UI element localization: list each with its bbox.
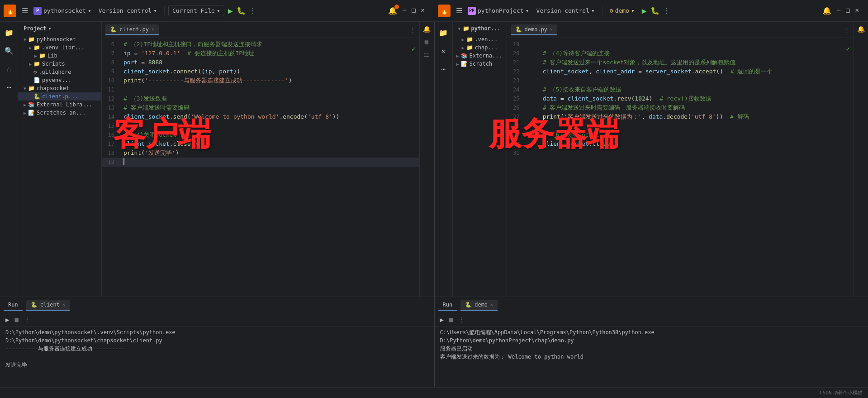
right-minimize-button[interactable]: ─ — [837, 6, 840, 15]
left-hamburger[interactable]: ☰ — [20, 5, 30, 17]
code-line-10: 10 print('----------与服务器连接建立成功----------… — [102, 76, 419, 85]
left-explorer-icon[interactable]: 📁 — [2, 25, 16, 40]
left-maximize-button[interactable]: □ — [412, 6, 415, 15]
left-tree-item-venv[interactable]: ▶ 📁 .venv libr... — [18, 43, 101, 52]
left-tree-header[interactable]: Project ▾ — [18, 22, 101, 35]
left-current-file-label: Current File — [172, 7, 215, 14]
left-run-more-icon[interactable]: ⋮ — [22, 315, 32, 324]
left-code-area[interactable]: 6 # （2)IP地址和主机接口，向服务器端发送连接请求 7 ip = '127… — [102, 38, 419, 297]
right-run-more-icon[interactable]: ⋮ — [456, 315, 466, 324]
right-sep1 — [602, 6, 602, 15]
left-tree-arrow: ▾ — [48, 25, 52, 32]
right-run-button[interactable]: ▶ — [642, 6, 647, 15]
right-close-button[interactable]: ✕ — [855, 6, 859, 15]
right-tree-label-scratch: Scratch — [470, 61, 493, 67]
right-tree-item-venv[interactable]: ▶ 📁 .ven... — [453, 35, 507, 43]
left-tree-item-lib[interactable]: ▶ 📁 Lib — [18, 52, 101, 60]
right-project-selector[interactable]: PP pythonProject ▾ — [468, 7, 529, 15]
right-code-line-30: 30 client_socket.close() — [507, 139, 854, 149]
left-run-tabs: Run 🐍 client ✕ — [0, 297, 434, 313]
left-tree-item-gitignore[interactable]: ▶ ⚙ .gitignore — [18, 68, 101, 76]
right-demo-button[interactable]: ⚙ demo ▾ — [606, 5, 638, 16]
left-search-icon[interactable]: 🔍 — [2, 43, 16, 58]
right-vc-label: Version control — [536, 7, 589, 14]
right-tree-header[interactable]: ▼ 📁 pythor... — [453, 22, 507, 35]
left-layout-icon[interactable]: ▦ — [425, 38, 428, 45]
left-run-button[interactable]: ▶ — [228, 6, 233, 15]
right-terminal-line-1: C:\Users\酷电编程\AppData\Local\Programs\Pyt… — [440, 328, 863, 336]
left-tree-item-scripts[interactable]: ▶ 📁 Scripts — [18, 60, 101, 68]
left-tree-item-scratches[interactable]: ▶ 📝 Scratches an... — [18, 109, 101, 117]
right-debug-button[interactable]: 🐛 — [650, 6, 659, 15]
left-minimize-button[interactable]: ─ — [403, 6, 406, 15]
right-terminal[interactable]: C:\Users\酷电编程\AppData\Local\Programs\Pyt… — [435, 326, 868, 387]
right-vc-button[interactable]: Version control ▾ — [533, 5, 598, 16]
right-more-icon[interactable]: ⋯ — [436, 62, 451, 76]
left-tree-item-pythonsocket[interactable]: ▼ 📁 pythonsocket — [18, 35, 101, 43]
right-explorer-icon[interactable]: 📁 — [436, 25, 451, 40]
left-run-panel: Run 🐍 client ✕ ▶ ■ ⋮ D:\Python\demo\pyth… — [0, 297, 434, 387]
left-db-icon[interactable]: 🗃 — [423, 51, 430, 58]
right-run-play-icon[interactable]: ▶ — [438, 315, 446, 324]
right-tab-more[interactable]: ⋮ — [844, 26, 850, 33]
left-more-button[interactable]: ⋮ — [249, 6, 256, 15]
left-tree-item-external[interactable]: ▶ 📚 External Libra... — [18, 101, 101, 109]
code-line-7: 7 ip = '127.0.0.1' # 要连接的主机的IP地址 — [102, 49, 419, 58]
left-tree-item-pyvenv[interactable]: ▶ 📄 pyvenv... — [18, 76, 101, 84]
right-hamburger[interactable]: ☰ — [454, 5, 464, 17]
left-tab-clientpy[interactable]: 🐍 client.py ✕ — [105, 24, 159, 35]
left-right-icons: 🔔 ▦ 🗃 — [419, 22, 434, 297]
left-tree-item-chapsocket[interactable]: ▼ 📁 chapsocket — [18, 84, 101, 92]
right-code-area[interactable]: 19 20 # （4)等待客户端的连接 21 # 客户端发送过来一个socket… — [507, 38, 854, 297]
left-run-tab[interactable]: Run — [4, 300, 23, 311]
left-vcs-icon[interactable]: ⑃ — [2, 62, 16, 76]
left-tree-item-clientpy[interactable]: ▶ 🐍 client.p... — [18, 92, 101, 101]
code-line-15: 15 — [102, 121, 419, 130]
code-line-19: 19 — [102, 158, 419, 167]
right-notif-icon[interactable]: 🔔 — [857, 25, 865, 33]
left-editor-pane: 🐍 client.py ✕ ⋮ 6 # （2)IP地址和主机接口，向服务器端发送… — [102, 22, 419, 297]
left-project-badge: P — [33, 7, 42, 15]
right-run-tab[interactable]: Run — [438, 300, 457, 311]
left-checkmark: ✓ — [412, 45, 415, 53]
right-top-bar: 🔥 ☰ PP pythonProject ▾ Version control ▾… — [434, 0, 868, 21]
right-process-tab[interactable]: 🐍 demo ✕ — [460, 300, 498, 311]
left-debug-button[interactable]: 🐛 — [237, 6, 246, 15]
right-process-close[interactable]: ✕ — [490, 302, 493, 307]
right-process-icon: 🐍 — [465, 302, 472, 308]
code-line-17: 17 client_socket.close() — [102, 139, 419, 149]
right-maximize-button[interactable]: □ — [846, 6, 849, 15]
status-text: CSDN @养个小橘猫 — [820, 389, 863, 396]
left-bookmark-icon[interactable]: 🔔 — [423, 25, 431, 33]
right-notification-bell[interactable]: 🔔 — [822, 6, 831, 15]
left-tab-close[interactable]: ✕ — [152, 27, 154, 32]
left-notification-bell[interactable]: 🔔 — [388, 6, 397, 15]
right-tree-item-external[interactable]: ▶ 📚 Externa... — [453, 52, 507, 60]
left-project-selector[interactable]: P pythonsocket ▾ — [33, 7, 91, 15]
right-tab-close[interactable]: ✕ — [550, 27, 553, 32]
left-pane: 📁 🔍 ⑃ ⋯ Project ▾ ▼ 📁 pythonsocket — [0, 22, 435, 387]
right-tree-item-scratch[interactable]: ▶ 📝 Scratch — [453, 60, 507, 68]
left-tree-label-gitignore: .gitignore — [38, 69, 71, 75]
left-tab-more[interactable]: ⋮ — [410, 26, 416, 33]
right-tab-demopy[interactable]: 🐍 demo.py ✕ — [511, 24, 558, 35]
right-project-arrow: ▾ — [526, 7, 529, 14]
right-more-button[interactable]: ⋮ — [663, 6, 670, 15]
left-process-close[interactable]: ✕ — [62, 302, 65, 307]
left-vc-button[interactable]: Version control ▾ — [95, 5, 161, 16]
left-terminal[interactable]: D:\Python\demo\pythonsocket\.venv\Script… — [0, 326, 434, 387]
right-tree-item-chap[interactable]: ▶ 📁 chap... — [453, 43, 507, 52]
right-file-tree: ▼ 📁 pythor... ▶ 📁 .ven... ▶ 📁 chap... — [453, 22, 507, 297]
left-current-file-button[interactable]: Current File ▾ — [168, 5, 224, 16]
right-close-icon[interactable]: ✕ — [436, 43, 451, 58]
left-vc-arrow: ▾ — [153, 7, 157, 14]
right-terminal-line-2: D:\Python\demo\pythonProject\chap\demo.p… — [440, 336, 863, 345]
right-run-stop-icon[interactable]: ■ — [447, 315, 455, 324]
left-current-file-arrow: ▾ — [217, 7, 220, 14]
left-close-button[interactable]: ✕ — [421, 6, 425, 15]
right-code-line-25: 25 data = client_socket.recv(1024) # rec… — [507, 94, 854, 103]
left-more-tools-icon[interactable]: ⋯ — [2, 80, 16, 94]
left-run-stop-icon[interactable]: ■ — [13, 315, 20, 324]
left-run-play-icon[interactable]: ▶ — [4, 315, 11, 324]
left-process-tab[interactable]: 🐍 client ✕ — [26, 300, 70, 311]
